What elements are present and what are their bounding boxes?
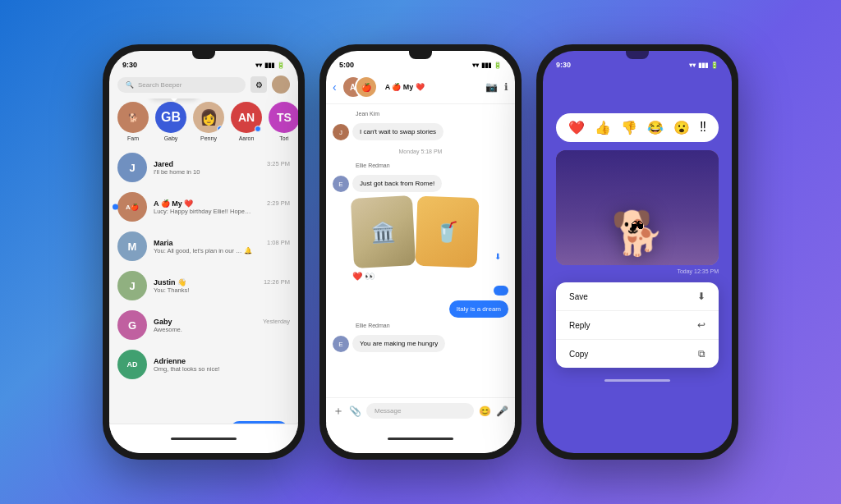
contact-avatars: A 🍎 (342, 76, 373, 99)
chat-preview-adrienne: Omg, that looks so nice! (154, 365, 252, 373)
reaction-thumbsdown[interactable]: 👎 (621, 120, 637, 135)
chat-header-bar: ‹ A 🍎 A 🍎 My ❤️ 📷 ℹ (326, 72, 515, 104)
story-label-gaby: Gaby (164, 135, 178, 141)
chat-preview-gaby2: Awesome. (154, 326, 252, 333)
info-icon[interactable]: ℹ (504, 81, 508, 93)
msg-row-jean: J I can't wait to swap stories (333, 123, 508, 140)
heart-reaction: ❤️ (352, 272, 362, 281)
download-icon[interactable]: ⬇ (490, 249, 505, 263)
chat-content-adrienne: Adrienne Omg, that looks so nice! (154, 357, 290, 373)
signal-icon-2: ▮▮▮ (481, 62, 491, 69)
search-placeholder: Search Beeper (138, 81, 182, 89)
search-actions: ⚙ (250, 76, 290, 94)
status-icons-1: ▾▾ ▮▮▮ 🔋 (255, 62, 285, 69)
phone-chat-view: 5:00 ▾▾ ▮▮▮ 🔋 ‹ A 🍎 A 🍎 My ❤️ 📷 ℹ (319, 44, 522, 460)
back-button[interactable]: ‹ (333, 80, 337, 94)
chat-image-2: 🥤 (416, 196, 480, 268)
phone-notch-2 (409, 51, 432, 59)
reaction-laugh[interactable]: 😂 (647, 120, 664, 135)
story-item-gaby[interactable]: GB Welcome to blue bubbles! Gaby (155, 102, 186, 141)
msg-avatar-ellie2: E (333, 336, 349, 352)
bottom-nav-1 (109, 424, 298, 453)
signal-icon-3: ▮▮▮ (698, 62, 708, 69)
emoji-icon[interactable]: 😊 (479, 405, 491, 417)
context-menu-save[interactable]: Save ⬇ (556, 282, 719, 311)
msg-bubble-ellie1: Just got back from Rome! (352, 175, 442, 192)
msg-bubble-out2: Italy is a dream (449, 300, 508, 318)
msg-bubble-ellie2: You are making me hungry (352, 335, 445, 352)
story-label-penny: Penny (200, 135, 217, 141)
chat-name-group: A 🍎 My ❤️ (154, 199, 193, 208)
settings-icon[interactable]: ⚙ (250, 76, 267, 93)
image-timestamp: Today 12:35 PM (556, 268, 719, 274)
attachment-icon[interactable]: 📎 (349, 405, 361, 417)
unread-indicator-group (113, 204, 118, 210)
messages-area: Jean Kim J I can't wait to swap stories … (326, 104, 515, 397)
chat-item-jared[interactable]: J Jared 3:25 PM I'll be home in 10 (109, 148, 298, 187)
phone-notch (192, 51, 215, 59)
search-input-wrapper[interactable]: 🔍 Search Beeper (117, 77, 246, 93)
chat-avatar-gaby2: G (117, 310, 147, 340)
msg-avatar-jean: J (333, 124, 349, 140)
chat-list: J Jared 3:25 PM I'll be home in 10 A🍎 A … (109, 148, 298, 384)
add-icon[interactable]: ＋ (333, 404, 344, 419)
chat-item-group[interactable]: A🍎 A 🍎 My ❤️ 2:29 PM Lucy: Happy birthda… (109, 187, 298, 227)
day-divider: Monday 5:18 PM (333, 149, 508, 154)
chat-name-jared: Jared (154, 160, 173, 168)
message-input[interactable]: Message (366, 403, 474, 419)
story-avatar-tori: TS (269, 102, 298, 133)
reply-label: Reply (569, 321, 591, 330)
msg-bubble-out1 (494, 286, 508, 296)
reaction-thumbsup[interactable]: 👍 (595, 120, 611, 135)
chat-item-gaby2[interactable]: G Gaby Yesterday Awesome. (109, 305, 298, 345)
save-icon: ⬇ (697, 291, 705, 302)
unread-dot-penny (217, 126, 223, 132)
chat-time-gaby2: Yesterday (263, 318, 290, 325)
reply-icon: ↩ (697, 319, 705, 331)
chat-content-justin: Justin 👋 12:26 PM You: Thanks! (154, 278, 290, 294)
message-placeholder: Message (375, 407, 401, 415)
story-item-penny[interactable]: 👩 Penny (193, 102, 224, 141)
gaby-initials: GB (161, 110, 181, 125)
status-icons-2: ▾▾ ▮▮▮ 🔋 (472, 62, 502, 69)
story-label-fam: Fam (127, 135, 139, 141)
reaction-wow[interactable]: 😮 (673, 120, 690, 135)
video-call-icon[interactable]: 📷 (485, 81, 498, 93)
chat-action-icons: 📷 ℹ (485, 81, 508, 93)
chat-content-jared: Jared 3:25 PM I'll be home in 10 (154, 160, 290, 176)
chat-item-justin[interactable]: J Justin 👋 12:26 PM You: Thanks! (109, 266, 298, 305)
chat-preview-group: Lucy: Happy birthday Ellie!! Hope you've… (154, 208, 252, 215)
chat-item-adrienne[interactable]: AD Adrienne Omg, that looks so nice! (109, 345, 298, 384)
story-label-aaron: Aaron (239, 135, 255, 141)
voice-icon[interactable]: 🎤 (496, 405, 508, 417)
msg-row-ellie1: E Just got back from Rome! (333, 175, 508, 192)
phone-context-menu: 9:30 ▾▾ ▮▮▮ 🔋 ❤️ 👍 👎 😂 😮 ‼️ 🐕 (536, 44, 738, 460)
msg-sender-jean: Jean Kim (356, 111, 508, 117)
phone-notch-3 (626, 51, 649, 59)
user-avatar[interactable] (272, 76, 290, 94)
chat-content-group: A 🍎 My ❤️ 2:29 PM Lucy: Happy birthday E… (154, 199, 290, 215)
reaction-heart[interactable]: ❤️ (568, 120, 585, 135)
chat-time-group: 2:29 PM (267, 199, 290, 207)
story-avatar-aaron: AN (231, 102, 262, 133)
chat-avatar-jared: J (117, 153, 147, 182)
context-menu-reply[interactable]: Reply ↩ (556, 311, 719, 340)
story-item-aaron[interactable]: AN Aaron (231, 102, 262, 141)
story-item-tori[interactable]: TS Tori (269, 102, 298, 141)
chat-preview-justin: You: Thanks! (154, 286, 252, 294)
msg-row-ellie2: E You are making me hungry (333, 335, 508, 352)
search-bar: 🔍 Search Beeper ⚙ (109, 72, 298, 99)
msg-row-out2: Italy is a dream (333, 300, 508, 318)
msg-bubble-jean: I can't wait to swap stories (352, 123, 443, 140)
battery-icon-3: 🔋 (710, 62, 719, 69)
reaction-exclaim[interactable]: ‼️ (700, 120, 706, 135)
chat-item-maria[interactable]: M Maria 1:08 PM You: All good, let's pla… (109, 227, 298, 266)
bottom-nav-3 (543, 373, 732, 388)
context-menu-copy[interactable]: Copy ⧉ (556, 340, 719, 368)
time-3: 9:30 (556, 61, 571, 69)
msg-sender-ellie2: Ellie Redman (356, 323, 508, 328)
sunglasses: 🕶 (631, 219, 644, 234)
battery-icon: 🔋 (277, 62, 285, 69)
wifi-icon: ▾▾ (255, 62, 262, 69)
story-item-fam[interactable]: 🐕 Fam (117, 102, 149, 141)
